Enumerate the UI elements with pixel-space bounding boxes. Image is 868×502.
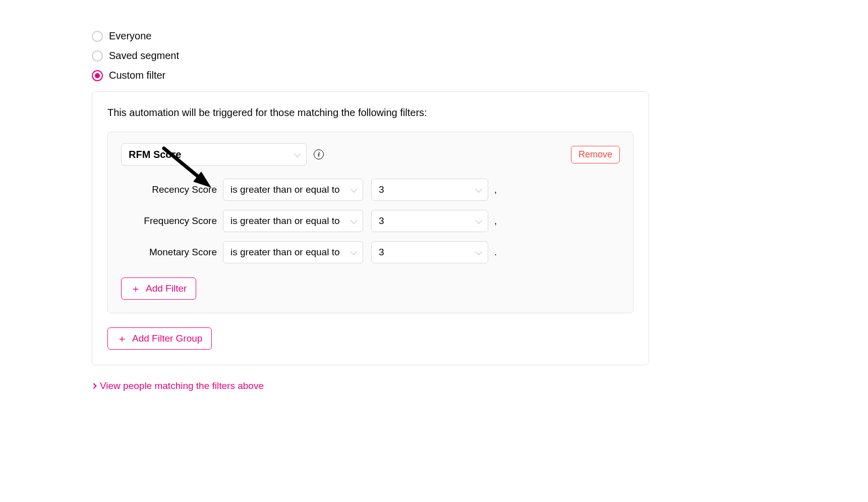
radio-label: Custom filter: [109, 70, 165, 81]
radio-custom-filter[interactable]: Custom filter: [92, 70, 868, 81]
recency-operator-select[interactable]: is greater than or equal to: [223, 179, 363, 201]
filter-row-recency: Recency Score is greater than or equal t…: [121, 179, 620, 201]
radio-icon-selected: [92, 70, 103, 81]
chevron-down-icon: [294, 150, 301, 157]
radio-icon: [92, 50, 103, 62]
view-people-label: View people matching the filters above: [100, 380, 264, 392]
monetary-value-select[interactable]: 3: [371, 241, 488, 263]
remove-filter-button[interactable]: Remove: [571, 146, 620, 163]
trailing-punctuation: ,: [494, 185, 497, 195]
filter-group: RFM Score i Remove Recency Score is grea…: [107, 132, 633, 313]
chevron-down-icon: [475, 217, 482, 224]
value-text: 3: [379, 184, 384, 195]
radio-everyone[interactable]: Everyone: [92, 30, 868, 42]
view-people-link[interactable]: View people matching the filters above: [92, 380, 264, 392]
filter-type-select[interactable]: RFM Score: [121, 143, 307, 165]
frequency-value-select[interactable]: 3: [371, 210, 488, 232]
radio-saved-segment[interactable]: Saved segment: [92, 50, 868, 62]
chevron-down-icon: [475, 186, 482, 193]
filter-type-value: RFM Score: [129, 149, 181, 160]
recency-label: Recency Score: [121, 184, 217, 195]
frequency-operator-select[interactable]: is greater than or equal to: [223, 210, 363, 232]
add-filter-button[interactable]: ＋ Add Filter: [121, 277, 196, 300]
operator-value: is greater than or equal to: [230, 184, 340, 195]
operator-value: is greater than or equal to: [230, 247, 340, 258]
recency-value-select[interactable]: 3: [371, 179, 488, 201]
radio-dot: [95, 73, 100, 78]
chevron-down-icon: [475, 248, 482, 255]
radio-label: Saved segment: [109, 50, 179, 62]
add-filter-group-label: Add Filter Group: [132, 333, 202, 344]
panel-description: This automation will be triggered for th…: [107, 107, 633, 119]
filter-row-monetary: Monetary Score is greater than or equal …: [121, 241, 620, 263]
radio-label: Everyone: [109, 30, 152, 42]
frequency-label: Frequency Score: [121, 215, 217, 227]
radio-icon: [92, 31, 103, 42]
chevron-right-icon: [91, 383, 96, 388]
chevron-down-icon: [350, 186, 357, 193]
trailing-punctuation: .: [494, 247, 497, 258]
filter-group-header: RFM Score i Remove: [121, 143, 620, 165]
monetary-label: Monetary Score: [121, 247, 217, 258]
audience-radio-group: Everyone Saved segment Custom filter: [92, 30, 868, 81]
info-icon[interactable]: i: [314, 149, 324, 159]
operator-value: is greater than or equal to: [230, 215, 340, 227]
chevron-down-icon: [350, 248, 357, 255]
value-text: 3: [379, 247, 384, 258]
monetary-operator-select[interactable]: is greater than or equal to: [223, 241, 363, 263]
trailing-punctuation: ,: [494, 216, 497, 227]
filter-row-frequency: Frequency Score is greater than or equal…: [121, 210, 620, 232]
add-filter-group-button[interactable]: ＋ Add Filter Group: [107, 327, 212, 350]
value-text: 3: [379, 215, 384, 227]
plus-icon: ＋: [117, 333, 127, 344]
chevron-down-icon: [350, 217, 357, 224]
plus-icon: ＋: [131, 284, 141, 294]
custom-filter-panel: This automation will be triggered for th…: [92, 91, 649, 365]
add-filter-label: Add Filter: [146, 283, 187, 294]
